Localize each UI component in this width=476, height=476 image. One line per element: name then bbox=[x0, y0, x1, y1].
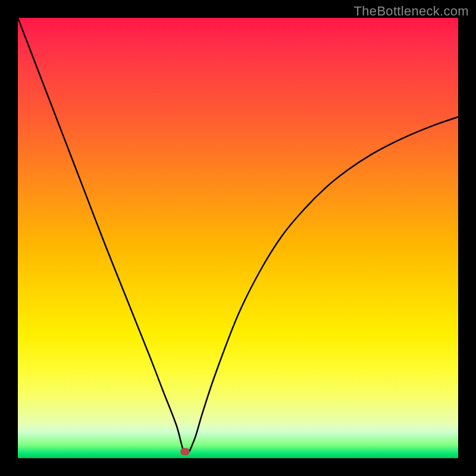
plot-area bbox=[18, 18, 458, 458]
curve-svg bbox=[18, 18, 458, 458]
optimal-marker bbox=[180, 448, 190, 455]
chart-frame: TheBottleneck.com bbox=[0, 0, 476, 476]
bottleneck-curve bbox=[18, 18, 458, 455]
watermark-text: TheBottleneck.com bbox=[354, 4, 469, 19]
